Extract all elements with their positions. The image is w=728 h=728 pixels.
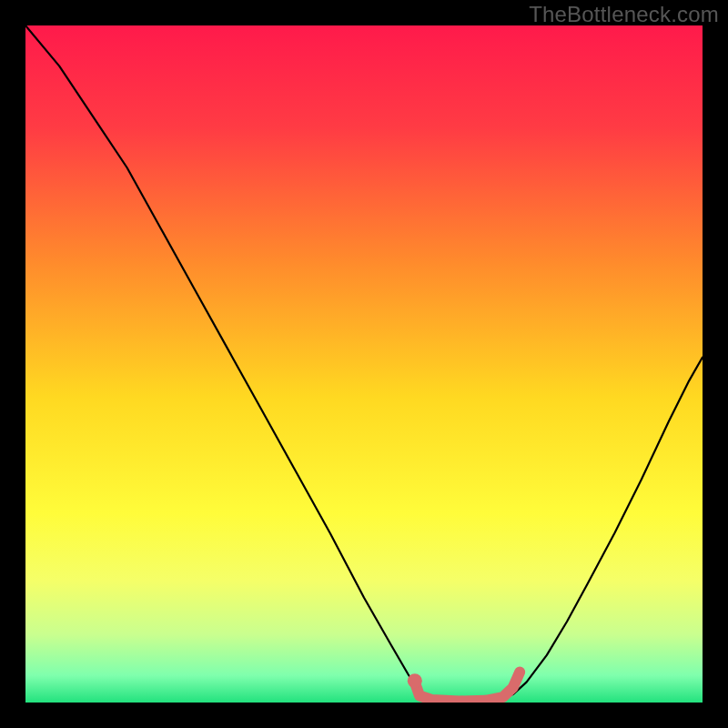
watermark-text: TheBottleneck.com [529,2,719,27]
safe-zone-start-dot [408,673,422,688]
plot-area [25,25,703,703]
chart-svg [25,25,703,703]
gradient-background [25,25,703,703]
chart-frame: TheBottleneck.com [0,0,728,728]
